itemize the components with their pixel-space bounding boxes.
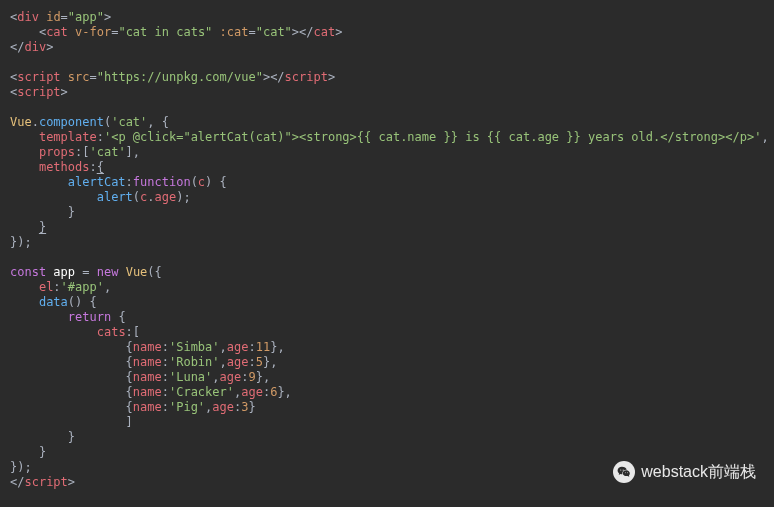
code-line: {name:'Luna',age:9},: [10, 370, 764, 385]
code-line: <cat v-for="cat in cats" :cat="cat"></ca…: [10, 25, 764, 40]
code-line: [10, 250, 764, 265]
code-line: {name:'Cracker',age:6},: [10, 385, 764, 400]
code-line: }: [10, 220, 764, 235]
watermark-text: webstack前端栈: [641, 462, 756, 482]
code-line: return {: [10, 310, 764, 325]
code-line: {name:'Pig',age:3}: [10, 400, 764, 415]
code-line: const app = new Vue({: [10, 265, 764, 280]
code-line: props:['cat'],: [10, 145, 764, 160]
watermark: webstack前端栈: [613, 461, 756, 483]
code-line: ]: [10, 415, 764, 430]
code-line: <div id="app">: [10, 10, 764, 25]
code-line: data() {: [10, 295, 764, 310]
code-line: Vue.component('cat', {: [10, 115, 764, 130]
code-line: {name:'Simba',age:11},: [10, 340, 764, 355]
code-line: cats:[: [10, 325, 764, 340]
code-line: methods:{: [10, 160, 764, 175]
code-line: <script src="https://unpkg.com/vue"></sc…: [10, 70, 764, 85]
code-line: }: [10, 430, 764, 445]
code-line: [10, 55, 764, 70]
code-line: </div>: [10, 40, 764, 55]
code-line: alertCat:function(c) {: [10, 175, 764, 190]
code-line: template:'<p @click="alertCat(cat)"><str…: [10, 130, 764, 145]
code-line: el:'#app',: [10, 280, 764, 295]
code-line: });: [10, 235, 764, 250]
code-line: [10, 100, 764, 115]
code-line: }: [10, 205, 764, 220]
code-block: <div id="app"> <cat v-for="cat in cats" …: [10, 10, 764, 490]
code-line: }: [10, 445, 764, 460]
code-line: alert(c.age);: [10, 190, 764, 205]
code-line: {name:'Robin',age:5},: [10, 355, 764, 370]
wechat-icon: [613, 461, 635, 483]
code-line: <script>: [10, 85, 764, 100]
